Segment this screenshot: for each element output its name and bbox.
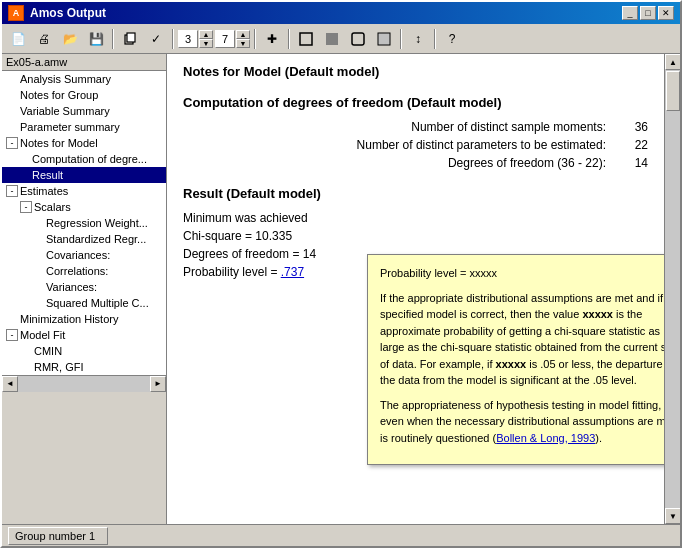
sidebar: Ex05-a.amw Analysis Summary Notes for Gr… [2,54,167,375]
sidebar-label: Model Fit [20,329,65,341]
separator6 [434,29,436,49]
sidebar-scroll-track[interactable] [18,376,150,392]
sidebar-item-result[interactable]: Result [2,167,166,183]
spinner2-up[interactable]: ▲ [236,30,250,39]
maximize-button[interactable]: □ [640,6,656,20]
toolbar: 📄 🖨 📂 💾 ✓ 3 ▲ ▼ 7 ▲ ▼ ✚ [2,24,680,54]
rect2-button[interactable] [320,28,344,50]
scroll-up[interactable]: ▲ [665,54,680,70]
sidebar-label: Variable Summary [20,105,110,117]
sidebar-label: Squared Multiple C... [46,297,149,309]
sidebar-item-minimization[interactable]: Minimization History [2,311,166,327]
tooltip-body: If the appropriate distributional assump… [380,290,664,447]
sidebar-item-model-fit[interactable]: - Model Fit [2,327,166,343]
sidebar-scroll-left[interactable]: ◄ [2,376,18,392]
sidebar-item-cmin[interactable]: CMIN [2,343,166,359]
copy-button[interactable] [118,28,142,50]
separator1 [112,29,114,49]
spinner1-input[interactable]: 3 [178,30,198,48]
tooltip-bold2: xxxxx [496,358,527,370]
sidebar-label: Covariances: [46,249,110,261]
spinner1: 3 ▲ ▼ [178,30,213,48]
svg-rect-2 [300,33,312,45]
scroll-track[interactable] [665,70,680,508]
spinner2-input[interactable]: 7 [215,30,235,48]
sidebar-item-parameter-summary[interactable]: Parameter summary [2,119,166,135]
sidebar-item-correlations[interactable]: Correlations: [2,263,166,279]
stat-label-1: Number of distinct sample moments: [411,120,606,134]
sidebar-item-notes-model[interactable]: - Notes for Model [2,135,166,151]
sidebar-label: Regression Weight... [46,217,148,229]
new-button[interactable]: 📄 [6,28,30,50]
svg-rect-3 [326,33,338,45]
open-button[interactable]: 📂 [58,28,82,50]
sidebar-scroll-right[interactable]: ► [150,376,166,392]
print-button[interactable]: 🖨 [32,28,56,50]
sidebar-item-variable-summary[interactable]: Variable Summary [2,103,166,119]
plus-button[interactable]: ✚ [260,28,284,50]
sidebar-item-std-regression[interactable]: Standardized Regr... [2,231,166,247]
close-button[interactable]: ✕ [658,6,674,20]
sidebar-label: Standardized Regr... [46,233,146,245]
up-button[interactable]: ↕ [406,28,430,50]
expand-estimates[interactable]: - [6,185,18,197]
scroll-thumb[interactable] [666,71,680,111]
sidebar-label: Correlations: [46,265,108,277]
status-text: Group number 1 [15,530,95,542]
title-bar-left: A Amos Output [8,5,106,21]
window-title: Amos Output [30,6,106,20]
sidebar-item-variances[interactable]: Variances: [2,279,166,295]
stat-row-3: Degrees of freedom (36 - 22): 14 [203,156,648,170]
sidebar-label: Estimates [20,185,68,197]
scroll-down[interactable]: ▼ [665,508,680,524]
check-button[interactable]: ✓ [144,28,168,50]
computation-title: Computation of degrees of freedom (Defau… [183,95,648,110]
tooltip-title: Probability level = xxxxx [380,265,664,282]
rect3-button[interactable] [346,28,370,50]
result-line-1: Minimum was achieved [183,211,648,225]
title-bar: A Amos Output _ □ ✕ [2,2,680,24]
sidebar-item-notes-group[interactable]: Notes for Group [2,87,166,103]
rect4-button[interactable] [372,28,396,50]
stat-row-2: Number of distinct parameters to be esti… [203,138,648,152]
title-controls: _ □ ✕ [622,6,674,20]
expand-model-fit[interactable]: - [6,329,18,341]
sidebar-item-covariances[interactable]: Covariances: [2,247,166,263]
sidebar-item-regression[interactable]: Regression Weight... [2,215,166,231]
tooltip-bold1: xxxxx [582,308,613,320]
sidebar-item-analysis-summary[interactable]: Analysis Summary [2,71,166,87]
expand-scalars[interactable]: - [20,201,32,213]
sidebar-label: Scalars [34,201,71,213]
spinner1-up[interactable]: ▲ [199,30,213,39]
sidebar-filename: Ex05-a.amw [2,54,166,71]
sidebar-item-computation[interactable]: Computation of degre... [2,151,166,167]
minimize-button[interactable]: _ [622,6,638,20]
spinner2-down[interactable]: ▼ [236,39,250,48]
help-button[interactable]: ? [440,28,464,50]
stat-row-1: Number of distinct sample moments: 36 [203,120,648,134]
sidebar-item-scalars[interactable]: - Scalars [2,199,166,215]
tooltip-link[interactable]: Bollen & Long, 1993 [496,432,595,444]
tooltip-para2: The appropriateness of hypothesis testin… [380,397,664,447]
notes-title: Notes for Model (Default model) [183,64,648,79]
sidebar-label: Notes for Group [20,89,98,101]
main-content: Ex05-a.amw Analysis Summary Notes for Gr… [2,54,680,524]
separator2 [172,29,174,49]
sidebar-label: RMR, GFI [34,361,84,373]
svg-rect-1 [127,33,135,42]
result-line-2: Chi-square = 10.335 [183,229,648,243]
expand-notes-model[interactable]: - [6,137,18,149]
spinner1-down[interactable]: ▼ [199,39,213,48]
sidebar-item-rmr-gfi[interactable]: RMR, GFI [2,359,166,375]
sidebar-item-estimates[interactable]: - Estimates [2,183,166,199]
spinner1-arrows: ▲ ▼ [199,30,213,48]
sidebar-label: CMIN [34,345,62,357]
app-icon: A [8,5,24,21]
prob-value-link[interactable]: .737 [281,265,304,279]
status-bar: Group number 1 [2,524,680,546]
sidebar-label: Computation of degre... [32,153,147,165]
save-button[interactable]: 💾 [84,28,108,50]
sidebar-item-squared-multiple[interactable]: Squared Multiple C... [2,295,166,311]
sidebar-label: Result [32,169,63,181]
rect1-button[interactable] [294,28,318,50]
